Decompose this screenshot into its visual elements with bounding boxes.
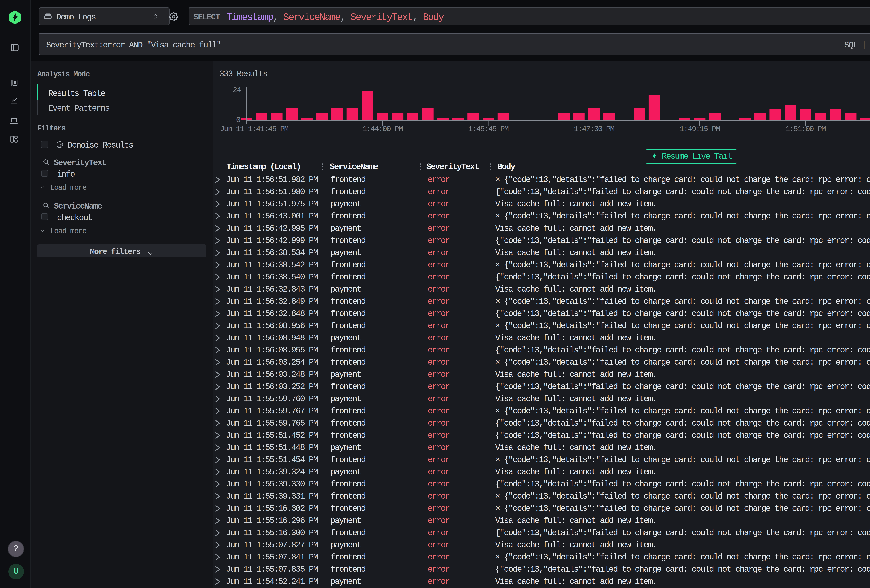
svg-text:0: 0 — [236, 116, 240, 124]
svg-text:1:45:45 PM: 1:45:45 PM — [468, 125, 509, 133]
svg-text:1:47:30 PM: 1:47:30 PM — [574, 125, 614, 133]
svg-text:1:49:15 PM: 1:49:15 PM — [680, 125, 720, 133]
svg-text:24: 24 — [232, 86, 241, 94]
svg-text:1:51:00 PM: 1:51:00 PM — [785, 125, 826, 133]
svg-text:1:44:00 PM: 1:44:00 PM — [362, 125, 403, 133]
svg-text:Jun 11 1:41:45 PM: Jun 11 1:41:45 PM — [220, 125, 288, 133]
